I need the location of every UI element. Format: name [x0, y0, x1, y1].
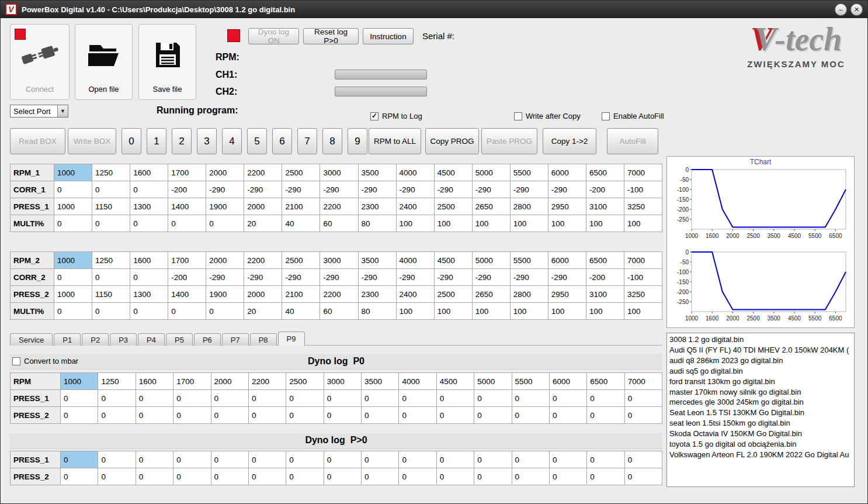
value-cell[interactable]: -290: [472, 181, 510, 198]
value-cell[interactable]: 4000: [396, 252, 434, 269]
value-cell[interactable]: 0: [54, 215, 92, 232]
value-cell[interactable]: 2400: [396, 286, 434, 303]
value-cell[interactable]: 1250: [92, 252, 130, 269]
file-item[interactable]: ford transit 130km go digital.bin: [667, 377, 854, 387]
value-cell[interactable]: 0: [54, 303, 92, 320]
value-cell[interactable]: 1600: [136, 373, 173, 390]
value-cell[interactable]: 0: [211, 451, 248, 468]
value-cell[interactable]: 1600: [130, 164, 168, 181]
file-item[interactable]: Audi Q5 II (FY FL) 40 TDI MHEV 2.0 150kW…: [667, 345, 854, 355]
value-cell[interactable]: 0: [211, 407, 248, 424]
value-cell[interactable]: 0: [248, 468, 286, 485]
value-cell[interactable]: 0: [324, 390, 361, 407]
value-cell[interactable]: 2500: [286, 373, 324, 390]
paste-prog-button[interactable]: Paste PROG: [481, 128, 537, 154]
value-cell[interactable]: 100: [472, 215, 510, 232]
value-cell[interactable]: -290: [320, 181, 358, 198]
value-cell[interactable]: 6000: [548, 164, 586, 181]
value-cell[interactable]: 100: [434, 215, 472, 232]
tab-p1[interactable]: P1: [54, 333, 81, 346]
value-cell[interactable]: 0: [324, 407, 361, 424]
value-cell[interactable]: -290: [510, 269, 548, 286]
value-cell[interactable]: 2200: [320, 198, 358, 215]
value-cell[interactable]: 0: [474, 451, 512, 468]
value-cell[interactable]: 7000: [624, 164, 662, 181]
convert-to-mbar-checkbox[interactable]: Convert to mbar: [12, 357, 78, 365]
value-cell[interactable]: 2000: [211, 373, 248, 390]
value-cell[interactable]: 0: [436, 390, 474, 407]
file-item[interactable]: toyota 1.5 go digital od obciążenia.bin: [667, 439, 854, 450]
number-button-8[interactable]: 8: [322, 128, 342, 154]
value-cell[interactable]: 3500: [362, 373, 399, 390]
value-cell[interactable]: 3000: [324, 373, 361, 390]
value-cell[interactable]: 0: [206, 303, 244, 320]
value-cell[interactable]: 0: [211, 468, 248, 485]
minimize-button[interactable]: –: [835, 4, 847, 16]
value-cell[interactable]: 0: [624, 468, 662, 485]
value-cell[interactable]: 0: [286, 451, 324, 468]
value-cell[interactable]: 0: [549, 468, 586, 485]
file-item[interactable]: master 170km nowy silnik go digital.bin: [667, 387, 854, 398]
value-cell[interactable]: 0: [362, 451, 399, 468]
close-button[interactable]: ✕: [850, 4, 863, 16]
value-cell[interactable]: 1000: [54, 164, 92, 181]
value-cell[interactable]: 1150: [92, 198, 130, 215]
value-cell[interactable]: 2200: [244, 252, 282, 269]
file-item[interactable]: mercedes gle 300d 245km go digital.bin: [667, 397, 854, 408]
value-cell[interactable]: -290: [396, 181, 434, 198]
rpm-to-all-button[interactable]: RPM to ALL: [369, 128, 421, 154]
file-item[interactable]: Seat Leon 1.5 TSI 130KM Go Digital.bin: [667, 408, 854, 418]
value-cell[interactable]: 0: [587, 407, 624, 424]
value-cell[interactable]: 0: [98, 390, 136, 407]
value-cell[interactable]: 2950: [548, 286, 586, 303]
tab-p8[interactable]: P8: [250, 333, 277, 346]
value-cell[interactable]: 0: [587, 451, 624, 468]
value-cell[interactable]: 0: [399, 407, 436, 424]
value-cell[interactable]: 2000: [244, 286, 282, 303]
value-cell[interactable]: 2200: [248, 373, 286, 390]
value-cell[interactable]: 2500: [282, 252, 320, 269]
write-after-copy-checkbox[interactable]: Write after Copy: [514, 112, 581, 120]
value-cell[interactable]: -200: [586, 269, 624, 286]
value-cell[interactable]: 0: [512, 390, 549, 407]
value-cell[interactable]: 1000: [61, 373, 98, 390]
value-cell[interactable]: 5500: [510, 164, 548, 181]
save-file-button[interactable]: Save file: [138, 24, 196, 100]
instruction-button[interactable]: Instruction: [363, 28, 414, 44]
tab-p6[interactable]: P6: [194, 333, 221, 346]
reset-log-button[interactable]: Reset log P>0: [303, 28, 359, 44]
number-button-7[interactable]: 7: [297, 128, 317, 154]
value-cell[interactable]: 1900: [206, 286, 244, 303]
value-cell[interactable]: 0: [324, 468, 361, 485]
tab-p7[interactable]: P7: [222, 333, 249, 346]
connect-button[interactable]: Connect: [10, 24, 70, 100]
value-cell[interactable]: 0: [136, 468, 173, 485]
value-cell[interactable]: 3250: [624, 286, 662, 303]
value-cell[interactable]: 100: [510, 303, 548, 320]
enable-autofill-checkbox[interactable]: Enable AutoFill: [602, 112, 664, 120]
value-cell[interactable]: 0: [136, 390, 173, 407]
value-cell[interactable]: 2300: [358, 198, 396, 215]
number-button-6[interactable]: 6: [272, 128, 292, 154]
value-cell[interactable]: 0: [136, 451, 173, 468]
value-cell[interactable]: 0: [512, 407, 549, 424]
value-cell[interactable]: 0: [168, 303, 206, 320]
value-cell[interactable]: 0: [61, 451, 98, 468]
value-cell[interactable]: 0: [549, 390, 586, 407]
value-cell[interactable]: 0: [362, 407, 399, 424]
value-cell[interactable]: -290: [434, 181, 472, 198]
value-cell[interactable]: 80: [358, 303, 396, 320]
value-cell[interactable]: 0: [61, 407, 98, 424]
value-cell[interactable]: 0: [173, 407, 211, 424]
value-cell[interactable]: -200: [168, 269, 206, 286]
value-cell[interactable]: 0: [512, 451, 549, 468]
value-cell[interactable]: 0: [587, 390, 624, 407]
file-item[interactable]: audi q8 286km 2023 go digital.bin: [667, 355, 854, 366]
file-item[interactable]: 3008 1.2 go digital.bin: [667, 334, 854, 345]
value-cell[interactable]: 0: [474, 390, 512, 407]
value-cell[interactable]: 2000: [206, 252, 244, 269]
value-cell[interactable]: 1250: [92, 164, 130, 181]
value-cell[interactable]: 3100: [586, 286, 624, 303]
value-cell[interactable]: 1000: [54, 252, 92, 269]
number-button-4[interactable]: 4: [222, 128, 242, 154]
